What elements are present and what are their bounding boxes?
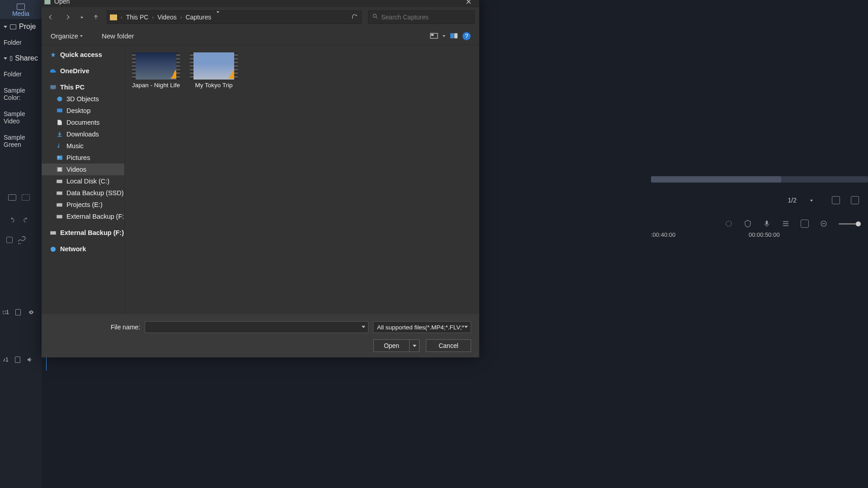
bg-item-0[interactable]: Sample Color: <box>0 82 42 106</box>
tree-external-2[interactable]: External Backup (F:) <box>42 227 124 239</box>
lock-icon[interactable] <box>15 309 21 315</box>
chevron-right-icon[interactable]: › <box>180 14 182 20</box>
help-icon: ? <box>462 32 471 40</box>
address-caret[interactable] <box>213 13 223 21</box>
view-mode-button[interactable] <box>428 31 440 42</box>
preview-controls: { } 1/2 :00:40:00 00:00:50:00 <box>651 176 868 240</box>
tree-music[interactable]: Music <box>42 140 124 152</box>
new-folder-button[interactable]: New folder <box>99 30 137 42</box>
dialog-navbar: › This PC › Videos › Captures Search Cap… <box>42 7 479 27</box>
search-input[interactable]: Search Captures <box>368 10 475 24</box>
page-indicator: 1/2 <box>788 197 797 204</box>
disk-icon <box>56 202 63 208</box>
folder-icon <box>10 56 12 61</box>
undo-icon[interactable] <box>8 217 16 223</box>
svg-point-3 <box>373 14 376 17</box>
videos-icon <box>56 166 63 173</box>
mic-icon[interactable] <box>763 220 771 228</box>
tree-desktop[interactable]: Desktop <box>42 105 124 117</box>
eye-icon[interactable] <box>27 309 35 315</box>
refresh-button[interactable] <box>348 13 361 21</box>
disk-icon <box>56 190 63 197</box>
caret-down-icon <box>80 35 83 37</box>
caret-down-icon <box>4 26 7 28</box>
timeline-ruler[interactable]: :00:40:00 00:00:50:00 <box>651 232 868 240</box>
video-thumbnail <box>190 52 238 80</box>
organize-button[interactable]: Organize <box>48 30 85 42</box>
filetype-filter[interactable]: All supported files(*.MP4;*.FLV;* <box>373 321 471 333</box>
tree-3d-objects[interactable]: 3D Objects <box>42 93 124 105</box>
dialog-titlebar: Open <box>42 0 479 7</box>
preview-pane-button[interactable] <box>448 31 460 42</box>
svg-rect-1 <box>766 221 768 225</box>
resize-grip[interactable]: ⋰ <box>473 354 478 357</box>
zoom-out-icon[interactable] <box>820 220 828 228</box>
fullscreen-icon[interactable] <box>832 196 840 204</box>
help-button[interactable]: ? <box>460 31 473 42</box>
tree-local-disk-c[interactable]: Local Disk (C:) <box>42 175 124 187</box>
address-bar[interactable]: › This PC › Videos › Captures <box>107 10 362 24</box>
svg-rect-5 <box>431 34 434 36</box>
editor-sidebar: Media Proje Folder Sharec Folder Sample … <box>0 0 42 488</box>
link-icon[interactable] <box>18 236 26 244</box>
breadcrumb-item[interactable]: Captures <box>184 13 212 22</box>
tree-network[interactable]: Network <box>42 243 124 255</box>
import-file-icon[interactable] <box>22 194 30 201</box>
tree-this-pc[interactable]: This PC <box>42 81 124 93</box>
tree-videos[interactable]: Videos <box>42 164 124 175</box>
speaker-icon[interactable] <box>27 356 34 363</box>
record-icon[interactable] <box>801 220 809 228</box>
file-list[interactable]: Japan - Night Life My Tokyo Trip <box>125 45 479 314</box>
svg-rect-9 <box>52 89 54 89</box>
cancel-button[interactable]: Cancel <box>426 339 471 352</box>
snapshot-icon[interactable] <box>851 196 859 204</box>
svg-point-12 <box>58 157 59 158</box>
tree-documents[interactable]: Documents <box>42 117 124 128</box>
folder-icon <box>110 14 117 20</box>
breadcrumb-item[interactable]: Videos <box>156 13 178 22</box>
snap-icon[interactable] <box>6 237 13 243</box>
folder-label: Folder <box>0 34 42 51</box>
bg-item-1[interactable]: Sample Video <box>0 106 42 129</box>
lock-icon[interactable] <box>15 357 20 363</box>
caret-down-icon[interactable] <box>362 326 365 328</box>
tree-downloads[interactable]: Downloads <box>42 128 124 140</box>
list-icon[interactable] <box>782 220 790 228</box>
project-row[interactable]: Proje <box>0 19 42 34</box>
nav-back-button[interactable] <box>44 11 57 23</box>
tree-quick-access[interactable]: Quick access <box>42 49 124 61</box>
import-folder-icon[interactable] <box>8 194 16 201</box>
vlc-icon <box>171 70 180 80</box>
chevron-right-icon[interactable]: › <box>152 14 154 20</box>
media-tab[interactable]: Media <box>0 0 42 19</box>
chevron-right-icon[interactable]: › <box>121 14 123 20</box>
svg-rect-20 <box>50 231 56 235</box>
view-mode-caret[interactable] <box>440 31 448 42</box>
filename-input[interactable] <box>145 321 368 333</box>
bg-item-2[interactable]: Sample Green <box>0 129 42 153</box>
tree-onedrive[interactable]: OneDrive <box>42 65 124 77</box>
tree-external-f[interactable]: External Backup (F:) <box>42 211 124 222</box>
color-wheel-icon[interactable] <box>725 220 733 228</box>
breadcrumb-item[interactable]: This PC <box>125 13 150 22</box>
zoom-slider[interactable] <box>839 223 859 225</box>
tree-data-backup[interactable]: Data Backup (SSD) <box>42 187 124 199</box>
open-dialog: Open › This PC › Videos › Captures Searc… <box>42 0 479 356</box>
tree-projects-e[interactable]: Projects (E:) <box>42 199 124 211</box>
open-dropdown[interactable] <box>410 339 420 352</box>
timecode-1: 00:00:50:00 <box>749 231 780 238</box>
file-item[interactable]: Japan - Night Life <box>131 52 181 90</box>
redo-icon[interactable] <box>22 217 30 223</box>
shared-row[interactable]: Sharec <box>0 51 42 66</box>
open-button[interactable]: Open <box>373 339 410 352</box>
nav-forward-button[interactable] <box>61 11 74 23</box>
preview-scrollbar[interactable]: { } <box>651 176 868 183</box>
page-caret-icon[interactable] <box>810 200 813 202</box>
shield-icon[interactable] <box>744 220 752 228</box>
folder-icon <box>10 24 16 29</box>
tree-pictures[interactable]: Pictures <box>42 152 124 164</box>
nav-up-button[interactable] <box>90 11 102 23</box>
close-button[interactable] <box>460 0 476 6</box>
nav-history-button[interactable] <box>79 11 85 23</box>
file-item[interactable]: My Tokyo Trip <box>189 52 239 90</box>
